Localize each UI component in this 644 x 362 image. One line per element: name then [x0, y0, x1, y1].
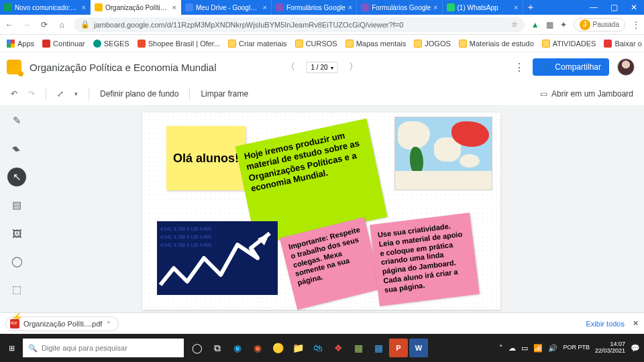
notifications-icon[interactable]: 💬 — [631, 344, 640, 353]
undo-button[interactable]: ↶ — [11, 89, 17, 99]
tab-5[interactable]: (1) WhatsApp× — [443, 0, 523, 15]
chevron-up-icon[interactable]: ⌃ — [106, 320, 111, 327]
bookmark-item[interactable]: Materiais de estudo — [459, 40, 534, 48]
jamboard-frame[interactable]: Olá alunos! Hoje iremos produzir um mate… — [142, 113, 500, 310]
back-button[interactable]: ← — [4, 20, 15, 29]
account-avatar[interactable] — [617, 58, 635, 76]
battery-icon[interactable]: ▭ — [521, 344, 528, 353]
edge-icon[interactable]: ◉ — [228, 339, 247, 357]
app-icon[interactable]: ❖ — [329, 339, 347, 357]
pdf-icon — [10, 319, 19, 328]
window-close-button[interactable]: ✕ — [624, 0, 644, 15]
image-tool[interactable]: 🖼 — [7, 224, 26, 243]
clear-frame-button[interactable]: Limpar frame — [201, 89, 248, 99]
new-tab-button[interactable]: ＋ — [523, 0, 538, 15]
close-shelf-button[interactable]: ✕ — [633, 319, 639, 328]
star-icon[interactable]: ☆ — [511, 20, 518, 29]
kebab-icon[interactable]: ⋮ — [514, 61, 525, 74]
profile-chip[interactable]: JPausada — [574, 18, 625, 32]
jamboard-toolbar: ↶ ↷ ⤢ ▾ Definir plano de fundo Limpar fr… — [0, 82, 644, 106]
window-minimize-button[interactable]: — — [584, 0, 604, 15]
sticky-note-tool[interactable]: ▤ — [7, 196, 26, 215]
select-tool[interactable]: ↖ — [7, 168, 26, 186]
cloud-icon[interactable]: ☁ — [508, 344, 516, 353]
bookmark-item[interactable]: Mapas mentais — [345, 40, 407, 48]
tab-4[interactable]: Formulários Google× — [357, 0, 442, 15]
search-icon: 🔍 — [28, 344, 38, 353]
zoom-dropdown-icon[interactable]: ▾ — [74, 90, 78, 97]
bookmark-item[interactable]: Shopee Brasil | Ofer... — [138, 40, 220, 48]
clock[interactable]: 14:0722/03/2021 — [595, 341, 625, 355]
close-icon[interactable]: × — [172, 3, 176, 11]
bookmark-item[interactable]: JOGOS — [414, 40, 451, 48]
browser-tab-strip: Novo comunicado: "Bo...× Organização Pol… — [0, 0, 644, 15]
app-icon[interactable]: ▦ — [349, 339, 368, 357]
tool-palette: ✎ ▰ ↖ ▤ 🖼 ◯ ⬚ ⚡ — [7, 111, 27, 327]
address-bar[interactable]: 🔒 jamboard.google.com/d/11RzpM3MpXNDNkrp… — [74, 17, 525, 32]
tray-chevron-icon[interactable]: ˄ — [499, 344, 503, 353]
svg-text:4.541 3.780 4.120 4.890: 4.541 3.780 4.120 4.890 — [160, 243, 211, 247]
bookmark-item[interactable]: Criar materiais — [228, 40, 287, 48]
stock-chart-image[interactable]: 4.541 3.780 4.120 4.890 4.541 3.780 4.12… — [157, 221, 278, 295]
forward-button[interactable]: → — [21, 20, 32, 29]
tab-1[interactable]: Organização Política e E...× — [91, 0, 181, 15]
grid-icon[interactable]: ▦ — [546, 20, 553, 29]
drive-icon[interactable]: ▲ — [531, 20, 539, 29]
store-icon[interactable]: 🛍 — [309, 339, 327, 357]
bookmark-item[interactable]: CURSOS — [295, 40, 337, 48]
window-maximize-button[interactable]: ▢ — [604, 0, 624, 15]
svg-text:4.541 3.780 4.120 4.890: 4.541 3.780 4.120 4.890 — [160, 227, 211, 231]
eraser-tool[interactable]: ▰ — [3, 135, 30, 162]
firefox-icon[interactable]: ◉ — [248, 339, 267, 357]
home-button[interactable]: ⌂ — [56, 20, 67, 29]
language-indicator[interactable]: POR PTB — [563, 345, 590, 351]
open-in-jamboard-button[interactable]: Abrir em um Jamboard — [551, 89, 633, 99]
lock-icon: 🔒 — [80, 20, 90, 29]
show-all-downloads[interactable]: Exibir todos — [586, 320, 625, 328]
tab-3[interactable]: Formulários Google× — [272, 0, 357, 15]
close-icon[interactable]: × — [433, 3, 437, 11]
explorer-icon[interactable]: 📁 — [288, 339, 307, 357]
calculator-icon[interactable]: ▦ — [369, 339, 388, 357]
sticky-note[interactable]: Use sua criatividade. Leia o material de… — [370, 213, 480, 306]
bookmark-item[interactable]: Continuar — [42, 40, 85, 48]
tab-0[interactable]: Novo comunicado: "Bo...× — [0, 0, 91, 15]
extensions-icon[interactable]: ✦ — [560, 20, 567, 29]
reload-button[interactable]: ⟳ — [39, 20, 50, 29]
bookmark-item[interactable]: Baixar o arquivo | iL... — [604, 40, 644, 48]
close-icon[interactable]: × — [263, 3, 267, 11]
person-icon: 👤 — [541, 62, 551, 72]
start-button[interactable]: ⊞ — [0, 344, 23, 353]
bookmark-item[interactable]: SEGES — [93, 40, 129, 48]
cortana-icon[interactable]: ◯ — [188, 339, 207, 357]
chrome-icon[interactable]: 🟡 — [268, 339, 287, 357]
zoom-button[interactable]: ⤢ — [57, 89, 64, 99]
bookmark-item[interactable]: ATIVIDADES — [542, 40, 596, 48]
close-icon[interactable]: × — [514, 3, 518, 11]
kebab-icon[interactable]: ⋮ — [632, 20, 640, 29]
redo-button[interactable]: ↷ — [28, 89, 35, 99]
url-text: jamboard.google.com/d/11RzpM3MpXNDNkrpWj… — [94, 21, 403, 29]
frame-selector[interactable]: 1 / 20 — [306, 62, 337, 73]
tab-2[interactable]: Meu Drive - Google Dri...× — [181, 0, 272, 15]
world-map-image[interactable] — [394, 117, 492, 190]
apps-shortcut[interactable]: Apps — [7, 40, 34, 48]
shape-tool[interactable]: ◯ — [7, 252, 26, 271]
share-button[interactable]: 👤Compartilhar — [533, 58, 609, 76]
sticky-note[interactable]: Olá alunos! — [166, 126, 246, 190]
wifi-icon[interactable]: 📶 — [533, 344, 543, 353]
word-icon[interactable]: W — [409, 339, 428, 357]
text-box-tool[interactable]: ⬚ — [7, 280, 26, 299]
document-title[interactable]: Organização Política e Economia Mundial — [30, 62, 506, 73]
task-view-icon[interactable]: ⧉ — [208, 339, 227, 357]
pen-tool[interactable]: ✎ — [7, 111, 26, 130]
powerpoint-icon[interactable]: P — [389, 339, 408, 357]
bookmarks-bar: Apps Continuar SEGES Shopee Brasil | Ofe… — [0, 35, 644, 52]
next-frame-button[interactable]: 〉 — [349, 61, 358, 73]
volume-icon[interactable]: 🔊 — [548, 344, 557, 353]
set-background-button[interactable]: Definir plano de fundo — [100, 89, 178, 99]
close-icon[interactable]: × — [82, 3, 86, 11]
prev-frame-button[interactable]: 〈 — [286, 61, 295, 73]
taskbar-search[interactable]: 🔍 Digite aqui para pesquisar — [23, 339, 184, 357]
close-icon[interactable]: × — [348, 3, 352, 11]
